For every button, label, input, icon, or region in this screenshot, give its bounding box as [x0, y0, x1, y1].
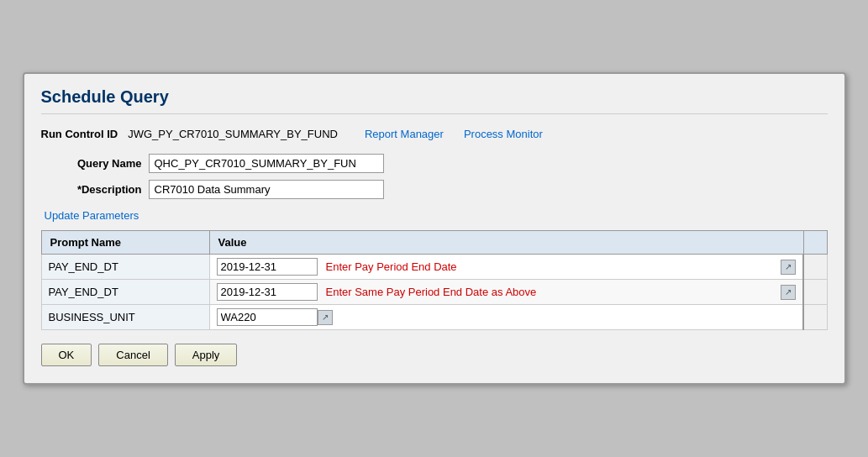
update-parameters-link[interactable]: Update Parameters [45, 209, 139, 222]
report-manager-link[interactable]: Report Manager [365, 128, 444, 140]
param-value-input[interactable] [217, 258, 318, 276]
apply-button[interactable]: Apply [175, 344, 238, 366]
lookup-icon[interactable]: ↗ [781, 285, 796, 300]
param-value-cell: Enter Same Pay Period End Date as Above↗ [209, 280, 803, 305]
lookup-icon[interactable]: ↗ [781, 260, 796, 275]
process-monitor-link[interactable]: Process Monitor [464, 128, 543, 140]
ok-button[interactable]: OK [41, 344, 92, 366]
header-row: Run Control ID JWG_PY_CR7010_SUMMARY_BY_… [41, 128, 828, 140]
query-name-row: Query Name [41, 154, 828, 173]
query-name-label: Query Name [41, 157, 142, 170]
query-name-input[interactable] [149, 154, 384, 173]
param-value-hint: Enter Pay Period End Date [326, 260, 781, 273]
col-prompt-header: Prompt Name [41, 231, 209, 255]
param-value-cell: Enter Pay Period End Date↗ [209, 255, 803, 280]
page-title: Schedule Query [41, 87, 828, 114]
param-value-cell: ↗ [209, 305, 803, 330]
form-section: Query Name *Description [41, 154, 828, 199]
lookup-icon[interactable]: ↗ [318, 310, 333, 325]
description-input[interactable] [149, 180, 384, 199]
param-name-cell: PAY_END_DT [41, 255, 209, 280]
description-label: *Description [41, 183, 142, 196]
param-value-hint: Enter Same Pay Period End Date as Above [326, 286, 781, 298]
param-name-cell: BUSINESS_UNIT [41, 305, 209, 330]
param-name-cell: PAY_END_DT [41, 280, 209, 305]
cancel-button[interactable]: Cancel [98, 344, 167, 366]
buttons-row: OK Cancel Apply [41, 344, 828, 366]
table-row: PAY_END_DTEnter Same Pay Period End Date… [41, 280, 827, 305]
action-cell [803, 280, 827, 305]
col-value-header: Value [209, 231, 803, 255]
run-control-value: JWG_PY_CR7010_SUMMARY_BY_FUND [128, 128, 338, 140]
param-value-input[interactable] [217, 308, 318, 326]
table-row: PAY_END_DTEnter Pay Period End Date↗ [41, 255, 827, 280]
action-cell [803, 255, 827, 280]
description-row: *Description [41, 180, 828, 199]
schedule-query-window: Schedule Query Run Control ID JWG_PY_CR7… [23, 72, 846, 385]
parameters-table: Prompt Name Value PAY_END_DTEnter Pay Pe… [41, 230, 828, 330]
param-value-input[interactable] [217, 283, 318, 301]
action-cell [803, 305, 827, 330]
table-row: BUSINESS_UNIT↗ [41, 305, 827, 330]
run-control-label: Run Control ID [41, 128, 118, 140]
